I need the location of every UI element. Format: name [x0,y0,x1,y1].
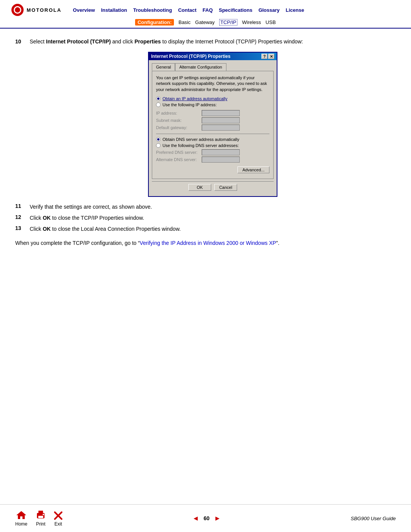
win-ip-label: IP address: [156,111,202,115]
step-11-text: Verify that the settings are correct, as… [30,203,152,211]
page-footer: Home Print Exit ◄ 60 ► SBG900 User Gu [0,504,411,532]
exit-icon [54,511,62,520]
svg-rect-2 [38,511,43,513]
verifying-link[interactable]: Verifying the IP Address in Windows 2000… [140,240,276,246]
svg-rect-3 [38,516,43,518]
print-icon [35,510,46,520]
top-nav: Overview Installation Troubleshooting Co… [73,7,304,13]
win-radio-obtain-ip[interactable]: Obtain an IP address automatically [156,96,269,101]
win-tab-general[interactable]: General [152,63,175,71]
steps-11-13: 11 Verify that the settings are correct,… [15,203,396,233]
step-12-text: Click OK to close the TCP/IP Properties … [30,214,144,222]
footer-print[interactable]: Print [35,510,46,527]
next-page-arrow[interactable]: ► [214,514,221,522]
nav-overview[interactable]: Overview [73,7,95,13]
step-13-number: 13 [15,225,24,231]
step-12-bold: OK [43,215,51,221]
win-radio-following-dns-label: Use the following DNS server addresses: [162,143,239,148]
subnav-tcpip[interactable]: TCP/IP [219,19,237,26]
nav-contact[interactable]: Contact [178,7,196,13]
subnav-gateway[interactable]: Gateway [195,19,215,25]
home-label: Home [15,521,27,527]
win-advanced-button[interactable]: Advanced... [237,166,269,173]
step-10-bold1: Internet Protocol (TCP/IP) [46,38,111,45]
win-radio-following-ip-btn[interactable] [156,102,161,107]
win-preferred-dns-row: Preferred DNS server: [156,149,269,155]
win-button-row: OK Cancel [152,181,274,193]
win-tab-alternate[interactable]: Alternate Configuration [175,63,226,71]
step-12-item: 12 Click OK to close the TCP/IP Properti… [15,214,396,222]
nav-troubleshooting[interactable]: Troubleshooting [133,7,172,13]
step-10-text: Select Internet Protocol (TCP/IP) and cl… [30,38,303,46]
subnav-wireless[interactable]: Wireless [242,19,261,25]
prev-page-arrow[interactable]: ◄ [192,514,199,522]
guide-name: SBG900 User Guide [350,516,396,521]
win-preferred-dns-field [202,149,240,155]
win-alternate-dns-label: Alternate DNS server: [156,157,202,162]
step-10-bold2: Properties [134,38,161,45]
step-11-item: 11 Verify that the settings are correct,… [15,203,396,211]
motorola-wordmark: MOTOROLA [27,7,62,13]
win-alternate-dns-row: Alternate DNS server: [156,157,269,163]
home-icon [16,510,27,520]
win-ip-field [202,110,240,116]
dialog-screenshot: Internet Protocol (TCP/IP) Properties ? … [30,52,396,197]
win-tabs: General Alternate Configuration [152,63,274,71]
nav-license[interactable]: License [286,7,304,13]
win-radio-following-ip[interactable]: Use the following IP address: [156,102,269,107]
subnav-usb[interactable]: USB [266,19,276,25]
page-number: 60 [204,515,210,521]
win-preferred-dns-label: Preferred DNS server: [156,150,202,155]
win-radio-following-dns-btn[interactable] [156,143,161,148]
win-title: Internet Protocol (TCP/IP) Properties [151,54,231,59]
win-ok-button[interactable]: OK [188,184,211,191]
header-bottom: Configuration: Basic Gateway TCP/IP Wire… [11,18,400,28]
win-dialog-body: General Alternate Configuration You can … [149,60,277,196]
nav-faq[interactable]: FAQ [202,7,213,13]
win-separator [156,134,269,134]
win-description: You can get IP settings assigned automat… [156,75,269,93]
win-subnet-field [202,117,240,123]
step-10-number: 10 [15,38,24,46]
win-radio-obtain-dns[interactable]: Obtain DNS server address automatically [156,137,269,142]
page-header: MOTOROLA Overview Installation Troublesh… [0,0,411,29]
svg-point-5 [43,514,44,515]
subnav-basic[interactable]: Basic [178,19,191,25]
nav-glossary[interactable]: Glossary [258,7,280,13]
win-close-button[interactable]: ✕ [268,54,274,59]
footer-page-nav: ◄ 60 ► [192,514,221,522]
nav-installation[interactable]: Installation [101,7,127,13]
win-gateway-label: Default gateway: [156,125,202,130]
exit-label: Exit [54,521,62,527]
config-label: Configuration: [135,19,174,26]
step-11-number: 11 [15,203,24,209]
link-paragraph-after: ”. [276,240,280,246]
win-dns-section: Obtain DNS server address automatically … [156,137,269,148]
logo-inner-circle [14,6,21,14]
win-gateway-row: Default gateway: [156,125,269,131]
win-dialog: Internet Protocol (TCP/IP) Properties ? … [148,52,277,197]
win-cancel-button[interactable]: Cancel [214,184,237,191]
step-13-text: Click OK to close the Local Area Connect… [30,225,181,233]
step-10-block: 10 Select Internet Protocol (TCP/IP) and… [15,38,396,46]
win-ip-radio-group: Obtain an IP address automatically Use t… [156,96,269,107]
win-radio-following-dns[interactable]: Use the following DNS server addresses: [156,143,269,148]
step-13-bold: OK [43,226,51,232]
win-help-button[interactable]: ? [261,54,268,59]
motorola-logo: MOTOROLA [11,4,62,16]
header-top: MOTOROLA Overview Installation Troublesh… [11,4,400,16]
nav-specifications[interactable]: Specifications [219,7,252,13]
link-paragraph-before: When you complete the TCP/IP configurati… [15,240,140,246]
win-alternate-dns-field [202,157,240,163]
footer-exit[interactable]: Exit [54,511,62,527]
link-paragraph: When you complete the TCP/IP configurati… [15,239,396,247]
footer-home[interactable]: Home [15,510,27,527]
win-radio-obtain-ip-label: Obtain an IP address automatically [162,96,227,101]
win-subnet-label: Subnet mask: [156,118,202,123]
win-radio-obtain-ip-btn[interactable] [156,96,161,101]
win-titlebar-buttons: ? ✕ [261,54,274,59]
step-13-item: 13 Click OK to close the Local Area Conn… [15,225,396,233]
main-content: 10 Select Internet Protocol (TCP/IP) and… [0,29,411,247]
win-ip-row: IP address: [156,110,269,116]
win-radio-obtain-dns-btn[interactable] [156,137,161,142]
